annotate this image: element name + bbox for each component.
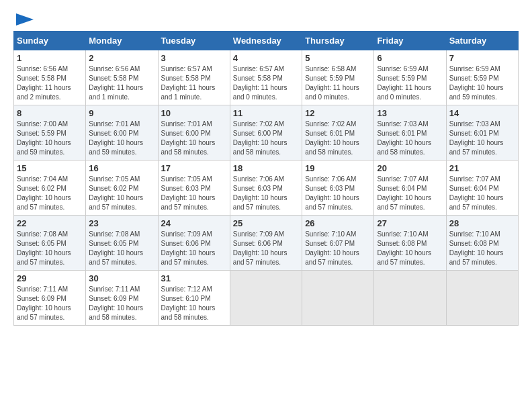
day-info: Sunrise: 7:08 AMSunset: 6:05 PMDaylight:… <box>89 230 154 267</box>
day-info: Sunrise: 6:58 AMSunset: 5:59 PMDaylight:… <box>305 64 371 102</box>
day-info: Sunrise: 6:56 AMSunset: 5:58 PMDaylight:… <box>17 64 83 102</box>
calendar-cell: 24Sunrise: 7:09 AMSunset: 6:06 PMDayligh… <box>158 216 230 271</box>
day-info: Sunrise: 6:59 AMSunset: 5:59 PMDaylight:… <box>377 64 443 102</box>
calendar-cell: 21Sunrise: 7:07 AMSunset: 6:04 PMDayligh… <box>446 161 518 216</box>
day-info: Sunrise: 7:10 AMSunset: 6:08 PMDaylight:… <box>449 230 515 267</box>
calendar-cell: 12Sunrise: 7:02 AMSunset: 6:01 PMDayligh… <box>302 105 374 161</box>
day-info: Sunrise: 7:10 AMSunset: 6:08 PMDaylight:… <box>377 230 443 267</box>
day-number: 1 <box>17 53 83 63</box>
day-number: 8 <box>17 108 83 118</box>
column-header-saturday: Saturday <box>446 32 518 50</box>
day-info: Sunrise: 7:02 AMSunset: 6:01 PMDaylight:… <box>305 120 371 157</box>
calendar-cell: 13Sunrise: 7:03 AMSunset: 6:01 PMDayligh… <box>374 105 446 161</box>
calendar-table: SundayMondayTuesdayWednesdayThursdayFrid… <box>13 31 519 326</box>
day-number: 7 <box>449 53 515 63</box>
day-info: Sunrise: 7:03 AMSunset: 6:01 PMDaylight:… <box>377 120 443 157</box>
calendar-cell: 10Sunrise: 7:01 AMSunset: 6:00 PMDayligh… <box>158 105 230 161</box>
day-number: 3 <box>161 53 227 63</box>
day-info: Sunrise: 7:10 AMSunset: 6:07 PMDaylight:… <box>305 230 371 267</box>
day-info: Sunrise: 7:07 AMSunset: 6:04 PMDaylight:… <box>377 175 443 212</box>
calendar-week-row: 22Sunrise: 7:08 AMSunset: 6:05 PMDayligh… <box>14 216 519 271</box>
day-number: 21 <box>449 163 515 173</box>
calendar-cell: 26Sunrise: 7:10 AMSunset: 6:07 PMDayligh… <box>302 216 374 271</box>
calendar-cell: 30Sunrise: 7:11 AMSunset: 6:09 PMDayligh… <box>86 271 158 326</box>
calendar-cell: 1Sunrise: 6:56 AMSunset: 5:58 PMDaylight… <box>14 50 86 105</box>
day-info: Sunrise: 7:01 AMSunset: 6:00 PMDaylight:… <box>89 120 154 157</box>
calendar-cell: 29Sunrise: 7:11 AMSunset: 6:09 PMDayligh… <box>14 271 86 326</box>
day-info: Sunrise: 7:09 AMSunset: 6:06 PMDaylight:… <box>161 230 227 267</box>
day-info: Sunrise: 7:06 AMSunset: 6:03 PMDaylight:… <box>233 175 299 212</box>
svg-marker-0 <box>16 13 34 26</box>
logo <box>13 13 35 28</box>
calendar-cell <box>446 271 518 326</box>
calendar-cell: 17Sunrise: 7:05 AMSunset: 6:03 PMDayligh… <box>158 161 230 216</box>
day-number: 19 <box>305 163 371 173</box>
calendar-week-row: 1Sunrise: 6:56 AMSunset: 5:58 PMDaylight… <box>14 50 519 105</box>
day-info: Sunrise: 7:01 AMSunset: 6:00 PMDaylight:… <box>161 120 227 157</box>
column-header-friday: Friday <box>374 32 446 50</box>
day-number: 17 <box>161 163 227 173</box>
calendar-cell: 19Sunrise: 7:06 AMSunset: 6:03 PMDayligh… <box>302 161 374 216</box>
day-info: Sunrise: 7:12 AMSunset: 6:10 PMDaylight:… <box>161 285 227 322</box>
calendar-cell: 11Sunrise: 7:02 AMSunset: 6:00 PMDayligh… <box>230 105 302 161</box>
calendar-cell: 22Sunrise: 7:08 AMSunset: 6:05 PMDayligh… <box>14 216 86 271</box>
calendar-cell: 28Sunrise: 7:10 AMSunset: 6:08 PMDayligh… <box>446 216 518 271</box>
logo-flag-icon <box>15 13 35 26</box>
calendar-cell: 27Sunrise: 7:10 AMSunset: 6:08 PMDayligh… <box>374 216 446 271</box>
day-number: 31 <box>161 273 227 283</box>
day-number: 13 <box>377 108 443 118</box>
column-header-monday: Monday <box>86 32 158 50</box>
calendar-week-row: 29Sunrise: 7:11 AMSunset: 6:09 PMDayligh… <box>14 271 519 326</box>
column-header-wednesday: Wednesday <box>230 32 302 50</box>
day-info: Sunrise: 7:03 AMSunset: 6:01 PMDaylight:… <box>449 120 515 157</box>
day-number: 14 <box>449 108 515 118</box>
day-info: Sunrise: 7:04 AMSunset: 6:02 PMDaylight:… <box>17 175 83 212</box>
calendar-cell: 23Sunrise: 7:08 AMSunset: 6:05 PMDayligh… <box>86 216 158 271</box>
day-number: 26 <box>305 218 371 228</box>
column-header-sunday: Sunday <box>14 32 86 50</box>
calendar-cell: 14Sunrise: 7:03 AMSunset: 6:01 PMDayligh… <box>446 105 518 161</box>
day-number: 22 <box>17 218 83 228</box>
logo-area <box>13 13 35 28</box>
day-number: 23 <box>89 218 154 228</box>
day-info: Sunrise: 6:59 AMSunset: 5:59 PMDaylight:… <box>449 64 515 102</box>
day-number: 18 <box>233 163 299 173</box>
calendar-cell: 16Sunrise: 7:05 AMSunset: 6:02 PMDayligh… <box>86 161 158 216</box>
day-info: Sunrise: 7:09 AMSunset: 6:06 PMDaylight:… <box>233 230 299 267</box>
day-number: 16 <box>89 163 154 173</box>
day-number: 30 <box>89 273 154 283</box>
calendar-week-row: 15Sunrise: 7:04 AMSunset: 6:02 PMDayligh… <box>14 161 519 216</box>
calendar-cell <box>302 271 374 326</box>
day-number: 9 <box>89 108 154 118</box>
day-number: 29 <box>17 273 83 283</box>
day-info: Sunrise: 6:56 AMSunset: 5:58 PMDaylight:… <box>89 64 154 102</box>
day-info: Sunrise: 7:08 AMSunset: 6:05 PMDaylight:… <box>17 230 83 267</box>
day-info: Sunrise: 7:05 AMSunset: 6:02 PMDaylight:… <box>89 175 154 212</box>
day-info: Sunrise: 6:57 AMSunset: 5:58 PMDaylight:… <box>233 64 299 102</box>
calendar-cell: 18Sunrise: 7:06 AMSunset: 6:03 PMDayligh… <box>230 161 302 216</box>
day-number: 28 <box>449 218 515 228</box>
calendar-cell: 7Sunrise: 6:59 AMSunset: 5:59 PMDaylight… <box>446 50 518 105</box>
day-number: 2 <box>89 53 154 63</box>
calendar-cell <box>374 271 446 326</box>
calendar-cell: 2Sunrise: 6:56 AMSunset: 5:58 PMDaylight… <box>86 50 158 105</box>
column-header-thursday: Thursday <box>302 32 374 50</box>
day-info: Sunrise: 6:57 AMSunset: 5:58 PMDaylight:… <box>161 64 227 102</box>
day-number: 6 <box>377 53 443 63</box>
calendar-cell: 8Sunrise: 7:00 AMSunset: 5:59 PMDaylight… <box>14 105 86 161</box>
calendar-cell: 5Sunrise: 6:58 AMSunset: 5:59 PMDaylight… <box>302 50 374 105</box>
day-info: Sunrise: 7:00 AMSunset: 5:59 PMDaylight:… <box>17 120 83 157</box>
day-number: 15 <box>17 163 83 173</box>
day-info: Sunrise: 7:07 AMSunset: 6:04 PMDaylight:… <box>449 175 515 212</box>
calendar-cell: 15Sunrise: 7:04 AMSunset: 6:02 PMDayligh… <box>14 161 86 216</box>
calendar-cell: 4Sunrise: 6:57 AMSunset: 5:58 PMDaylight… <box>230 50 302 105</box>
page-header <box>13 13 519 28</box>
calendar-cell <box>230 271 302 326</box>
calendar-cell: 3Sunrise: 6:57 AMSunset: 5:58 PMDaylight… <box>158 50 230 105</box>
calendar-cell: 6Sunrise: 6:59 AMSunset: 5:59 PMDaylight… <box>374 50 446 105</box>
calendar-cell: 9Sunrise: 7:01 AMSunset: 6:00 PMDaylight… <box>86 105 158 161</box>
calendar-cell: 20Sunrise: 7:07 AMSunset: 6:04 PMDayligh… <box>374 161 446 216</box>
calendar-week-row: 8Sunrise: 7:00 AMSunset: 5:59 PMDaylight… <box>14 105 519 161</box>
day-number: 5 <box>305 53 371 63</box>
day-info: Sunrise: 7:11 AMSunset: 6:09 PMDaylight:… <box>17 285 83 322</box>
